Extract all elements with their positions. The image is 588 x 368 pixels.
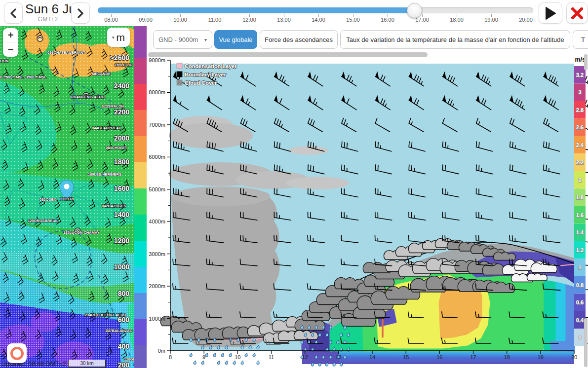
- y-axis-label: 7000m: [149, 122, 165, 128]
- lift-scale-value: 2: [578, 177, 581, 183]
- lift-scale-value: 1: [578, 264, 581, 270]
- chevron-left-icon: [10, 8, 17, 18]
- close-icon: [571, 7, 583, 19]
- legend-label: Boundary Layer: [185, 72, 226, 77]
- map-site-label: MECANDE: [92, 72, 111, 76]
- weather-app: Sun 6 Jul GMT+2 08:0009:0010:0011:0012:0…: [0, 0, 588, 368]
- altitude-scale-segment: [134, 26, 147, 58]
- x-axis-label: 9: [202, 354, 205, 360]
- altitude-scale-segment: [134, 58, 147, 84]
- legend-swatch: [177, 80, 182, 85]
- map-site-label: 000LFRI: [59, 197, 74, 201]
- vertical-scrollbar-thumb[interactable]: [584, 318, 588, 367]
- y-axis-label: 5000m: [149, 186, 165, 192]
- prev-day-button[interactable]: [4, 2, 23, 24]
- time-slider-fill: [98, 7, 421, 13]
- altitude-scale-segment: [134, 345, 147, 368]
- timezone-label: GMT+2: [25, 16, 71, 23]
- map-zoom-controls: + −: [3, 28, 18, 57]
- vertical-scrollbar-stub[interactable]: [584, 54, 588, 70]
- altitude-scale-segment: [134, 84, 147, 110]
- altitude-scale-label: 200: [118, 361, 130, 368]
- chevron-right-icon: [77, 8, 84, 18]
- y-axis-label: 1000m: [149, 316, 165, 322]
- legend-label: Cloud Cover: [185, 80, 217, 86]
- time-tick-label: 10:00: [169, 17, 191, 23]
- map-site-label: 092COEX: [39, 197, 56, 202]
- top-bar: Sun 6 Jul GMT+2 08:0009:0010:0011:0012:0…: [0, 0, 588, 26]
- zoom-out-button[interactable]: −: [3, 42, 18, 57]
- time-tick-label: 19:00: [480, 17, 502, 23]
- lift-scale-value: 2.2: [576, 159, 584, 165]
- map-site-label: 125GROSBREUIL: [28, 219, 59, 223]
- y-axis-label: 2000m: [149, 283, 165, 289]
- site-icon: [37, 36, 43, 41]
- lift-scale-value: 1.6: [576, 212, 584, 218]
- map-site-label: OON: [0, 59, 8, 63]
- brand-logo[interactable]: [7, 343, 27, 363]
- lift-scale-value: 0.4: [576, 317, 584, 323]
- altitude-scale-segment: [134, 162, 147, 188]
- current-date: Sun 6 Jul: [25, 1, 71, 17]
- map-site-label: 044BEAUPREAU: [92, 126, 121, 130]
- legend-swatch: [177, 72, 182, 77]
- map-panel[interactable]: OON093CHATEAUBRIANT159LE LIO0 2500 ft MS…: [0, 26, 134, 368]
- time-slider-track[interactable]: [98, 7, 533, 13]
- lift-scale-value: 3: [578, 89, 581, 95]
- units-label: m: [117, 32, 125, 43]
- lift-scale-value: 2.4: [576, 142, 584, 148]
- lift-scale-value: 1.4: [576, 229, 584, 235]
- y-axis-label: 3000m: [149, 251, 165, 257]
- meteogram-chart: 9000m8000m7000m6000m5000m4000m3000m2000m…: [147, 26, 588, 368]
- zoom-in-button[interactable]: +: [3, 28, 18, 42]
- close-button[interactable]: [566, 2, 588, 24]
- map-site-label: 185LUCON CHAMAY: [63, 230, 100, 235]
- map-site-label: 020ANCENIS AERO: [70, 95, 105, 99]
- altitude-scale-label: 2400: [114, 82, 129, 90]
- time-tick-label: 13:00: [273, 17, 295, 23]
- y-axis-label: 4000m: [149, 219, 165, 224]
- play-button[interactable]: [539, 2, 562, 24]
- time-tick-label: 15:00: [342, 17, 364, 23]
- time-tick-label: 11:00: [204, 17, 226, 23]
- map-site-label: 159LE LIO: [115, 63, 133, 67]
- units-dropdown-button[interactable]: ▾ m: [107, 28, 130, 47]
- lift-scale-value: 0.8: [576, 282, 584, 288]
- lift-scale-value: 1.2: [576, 247, 584, 253]
- altitude-scale-label: >2600: [110, 54, 130, 62]
- lift-scale-value: 2.6: [576, 124, 584, 130]
- altitude-scale-label: 1600: [114, 184, 129, 192]
- x-axis-label: 11: [269, 354, 274, 360]
- altitude-scale-label: 400: [118, 342, 130, 350]
- map-canvas: OON093CHATEAUBRIANT159LE LIO0 2500 ft MS…: [0, 26, 134, 368]
- lift-scale-value: 1.8: [576, 194, 584, 200]
- legend-swatch: [177, 63, 182, 69]
- y-axis-label: 6000m: [149, 154, 165, 160]
- next-day-button[interactable]: [71, 2, 90, 24]
- altitude-scale-label: 2200: [114, 108, 129, 116]
- time-tick-label: 20:00: [515, 17, 537, 23]
- map-site-label: 169LES HERBIERS: [88, 172, 121, 177]
- time-slider-zone: 08:0009:0010:0011:0012:0013:0014:0015:00…: [98, 0, 537, 26]
- caret-down-icon: ▾: [112, 35, 115, 40]
- x-axis-label: 10: [235, 354, 240, 360]
- x-axis-label: 17: [470, 354, 476, 360]
- time-tick-label: 17:00: [411, 17, 433, 23]
- lift-scale-value: 3.2: [576, 72, 584, 78]
- x-axis-label: 13: [336, 354, 342, 360]
- time-tick-label: 09:00: [135, 17, 157, 23]
- time-tick-label: 16:00: [377, 17, 398, 23]
- map-site-label: 0 2500 ft MSL- 3500 ft MSL: [0, 75, 47, 79]
- altitude-scale-label: 1800: [114, 158, 129, 166]
- map-site-label: 042BAZOGES: [102, 204, 126, 208]
- x-axis-label: 20: [571, 354, 577, 360]
- forecast-panel: GND - 9000m ▾ Vue globale Force des asce…: [147, 26, 588, 368]
- map-site-label: 084CHOLET: [106, 146, 127, 150]
- x-axis-label: 12: [302, 354, 308, 360]
- x-axis-label: 15: [403, 354, 409, 360]
- altitude-scale-segment: [134, 188, 147, 215]
- time-slider-handle[interactable]: [407, 3, 422, 18]
- time-tick-label: 12:00: [238, 17, 260, 23]
- x-axis-label: 19: [538, 354, 544, 360]
- altitude-scale-segment: [134, 110, 147, 136]
